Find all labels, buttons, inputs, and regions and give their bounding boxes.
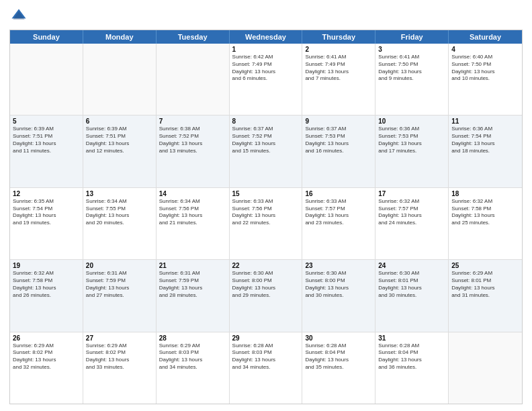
day-cell-1: 1Sunrise: 6:42 AM Sunset: 7:49 PM Daylig… — [230, 44, 303, 115]
day-info: Sunrise: 6:34 AM Sunset: 7:55 PM Dayligh… — [86, 198, 153, 227]
day-cell-29: 29Sunrise: 6:28 AM Sunset: 8:03 PM Dayli… — [230, 332, 303, 404]
day-cell-26: 26Sunrise: 6:29 AM Sunset: 8:02 PM Dayli… — [10, 332, 83, 404]
day-cell-20: 20Sunrise: 6:31 AM Sunset: 7:59 PM Dayli… — [83, 260, 157, 331]
day-number: 24 — [378, 262, 445, 269]
day-cell-27: 27Sunrise: 6:29 AM Sunset: 8:02 PM Dayli… — [83, 332, 157, 404]
day-number: 10 — [378, 118, 445, 125]
calendar-header-row: SundayMondayTuesdayWednesdayThursdayFrid… — [10, 30, 522, 44]
day-number: 18 — [451, 190, 519, 197]
day-number: 1 — [232, 46, 300, 53]
day-number: 31 — [378, 334, 445, 342]
day-info: Sunrise: 6:28 AM Sunset: 8:04 PM Dayligh… — [305, 342, 372, 371]
day-cell-18: 18Sunrise: 6:32 AM Sunset: 7:58 PM Dayli… — [449, 188, 522, 259]
day-info: Sunrise: 6:29 AM Sunset: 8:02 PM Dayligh… — [86, 342, 153, 371]
day-cell-8: 8Sunrise: 6:37 AM Sunset: 7:52 PM Daylig… — [230, 116, 303, 187]
day-cell-2: 2Sunrise: 6:41 AM Sunset: 7:49 PM Daylig… — [302, 44, 375, 115]
day-number: 23 — [305, 262, 372, 269]
day-info: Sunrise: 6:32 AM Sunset: 7:58 PM Dayligh… — [13, 270, 80, 299]
day-cell-5: 5Sunrise: 6:39 AM Sunset: 7:51 PM Daylig… — [10, 116, 83, 187]
day-info: Sunrise: 6:39 AM Sunset: 7:51 PM Dayligh… — [13, 126, 80, 154]
empty-cell — [10, 44, 83, 115]
day-info: Sunrise: 6:31 AM Sunset: 7:59 PM Dayligh… — [159, 270, 226, 299]
day-header-friday: Friday — [375, 30, 449, 44]
day-number: 3 — [378, 46, 445, 53]
day-info: Sunrise: 6:30 AM Sunset: 8:00 PM Dayligh… — [232, 270, 300, 299]
day-cell-14: 14Sunrise: 6:34 AM Sunset: 7:56 PM Dayli… — [157, 188, 230, 259]
calendar-body: 1Sunrise: 6:42 AM Sunset: 7:49 PM Daylig… — [10, 44, 522, 404]
day-info: Sunrise: 6:36 AM Sunset: 7:54 PM Dayligh… — [451, 126, 519, 154]
day-info: Sunrise: 6:30 AM Sunset: 8:00 PM Dayligh… — [305, 270, 372, 299]
day-number: 22 — [232, 262, 300, 269]
day-cell-24: 24Sunrise: 6:30 AM Sunset: 8:01 PM Dayli… — [375, 260, 449, 331]
day-info: Sunrise: 6:40 AM Sunset: 7:50 PM Dayligh… — [451, 54, 519, 83]
day-number: 29 — [232, 334, 300, 342]
day-number: 19 — [13, 262, 80, 269]
day-cell-11: 11Sunrise: 6:36 AM Sunset: 7:54 PM Dayli… — [449, 116, 522, 187]
day-cell-3: 3Sunrise: 6:41 AM Sunset: 7:50 PM Daylig… — [375, 44, 449, 115]
day-info: Sunrise: 6:42 AM Sunset: 7:49 PM Dayligh… — [232, 54, 300, 83]
day-number: 26 — [13, 334, 80, 342]
day-number: 28 — [159, 334, 226, 342]
day-info: Sunrise: 6:35 AM Sunset: 7:54 PM Dayligh… — [13, 198, 80, 227]
day-cell-21: 21Sunrise: 6:31 AM Sunset: 7:59 PM Dayli… — [157, 260, 230, 331]
calendar-week-1: 1Sunrise: 6:42 AM Sunset: 7:49 PM Daylig… — [10, 44, 522, 116]
day-info: Sunrise: 6:38 AM Sunset: 7:52 PM Dayligh… — [159, 126, 226, 154]
day-info: Sunrise: 6:37 AM Sunset: 7:53 PM Dayligh… — [305, 126, 372, 154]
day-info: Sunrise: 6:32 AM Sunset: 7:58 PM Dayligh… — [451, 198, 519, 227]
day-cell-12: 12Sunrise: 6:35 AM Sunset: 7:54 PM Dayli… — [10, 188, 83, 259]
day-number: 7 — [159, 118, 226, 125]
day-number: 6 — [86, 118, 153, 125]
day-cell-17: 17Sunrise: 6:32 AM Sunset: 7:57 PM Dayli… — [375, 188, 449, 259]
header — [9, 7, 523, 26]
empty-cell — [449, 332, 522, 404]
day-info: Sunrise: 6:37 AM Sunset: 7:52 PM Dayligh… — [232, 126, 300, 154]
day-number: 21 — [159, 262, 226, 269]
logo-icon — [9, 7, 28, 26]
day-number: 2 — [305, 46, 372, 53]
day-cell-7: 7Sunrise: 6:38 AM Sunset: 7:52 PM Daylig… — [157, 116, 230, 187]
day-info: Sunrise: 6:41 AM Sunset: 7:49 PM Dayligh… — [305, 54, 372, 83]
day-info: Sunrise: 6:29 AM Sunset: 8:02 PM Dayligh… — [13, 342, 80, 371]
day-number: 15 — [232, 190, 300, 197]
day-number: 11 — [451, 118, 519, 125]
day-number: 16 — [305, 190, 372, 197]
calendar: SundayMondayTuesdayWednesdayThursdayFrid… — [9, 30, 523, 404]
day-number: 17 — [378, 190, 445, 197]
day-cell-13: 13Sunrise: 6:34 AM Sunset: 7:55 PM Dayli… — [83, 188, 157, 259]
day-cell-19: 19Sunrise: 6:32 AM Sunset: 7:58 PM Dayli… — [10, 260, 83, 331]
day-number: 25 — [451, 262, 519, 269]
calendar-week-5: 26Sunrise: 6:29 AM Sunset: 8:02 PM Dayli… — [10, 332, 522, 404]
day-number: 27 — [86, 334, 153, 342]
calendar-week-2: 5Sunrise: 6:39 AM Sunset: 7:51 PM Daylig… — [10, 116, 522, 187]
day-info: Sunrise: 6:28 AM Sunset: 8:04 PM Dayligh… — [378, 342, 445, 371]
day-header-sunday: Sunday — [10, 30, 83, 44]
day-info: Sunrise: 6:39 AM Sunset: 7:51 PM Dayligh… — [86, 126, 153, 154]
day-info: Sunrise: 6:29 AM Sunset: 8:03 PM Dayligh… — [159, 342, 226, 371]
day-number: 5 — [13, 118, 80, 125]
day-info: Sunrise: 6:36 AM Sunset: 7:53 PM Dayligh… — [378, 126, 445, 154]
day-cell-28: 28Sunrise: 6:29 AM Sunset: 8:03 PM Dayli… — [157, 332, 230, 404]
day-info: Sunrise: 6:33 AM Sunset: 7:56 PM Dayligh… — [232, 198, 300, 227]
day-info: Sunrise: 6:41 AM Sunset: 7:50 PM Dayligh… — [378, 54, 445, 83]
day-cell-31: 31Sunrise: 6:28 AM Sunset: 8:04 PM Dayli… — [375, 332, 449, 404]
day-number: 30 — [305, 334, 372, 342]
day-cell-22: 22Sunrise: 6:30 AM Sunset: 8:00 PM Dayli… — [230, 260, 303, 331]
day-cell-30: 30Sunrise: 6:28 AM Sunset: 8:04 PM Dayli… — [302, 332, 375, 404]
day-header-monday: Monday — [83, 30, 157, 44]
day-cell-9: 9Sunrise: 6:37 AM Sunset: 7:53 PM Daylig… — [302, 116, 375, 187]
day-number: 20 — [86, 262, 153, 269]
day-info: Sunrise: 6:31 AM Sunset: 7:59 PM Dayligh… — [86, 270, 153, 299]
day-cell-4: 4Sunrise: 6:40 AM Sunset: 7:50 PM Daylig… — [449, 44, 522, 115]
calendar-week-3: 12Sunrise: 6:35 AM Sunset: 7:54 PM Dayli… — [10, 188, 522, 260]
day-cell-25: 25Sunrise: 6:29 AM Sunset: 8:01 PM Dayli… — [449, 260, 522, 331]
day-cell-15: 15Sunrise: 6:33 AM Sunset: 7:56 PM Dayli… — [230, 188, 303, 259]
day-info: Sunrise: 6:30 AM Sunset: 8:01 PM Dayligh… — [378, 270, 445, 299]
day-number: 8 — [232, 118, 300, 125]
day-number: 14 — [159, 190, 226, 197]
day-info: Sunrise: 6:32 AM Sunset: 7:57 PM Dayligh… — [378, 198, 445, 227]
logo — [9, 7, 31, 26]
day-header-saturday: Saturday — [449, 30, 522, 44]
day-header-tuesday: Tuesday — [157, 30, 230, 44]
day-info: Sunrise: 6:34 AM Sunset: 7:56 PM Dayligh… — [159, 198, 226, 227]
day-number: 4 — [451, 46, 519, 53]
